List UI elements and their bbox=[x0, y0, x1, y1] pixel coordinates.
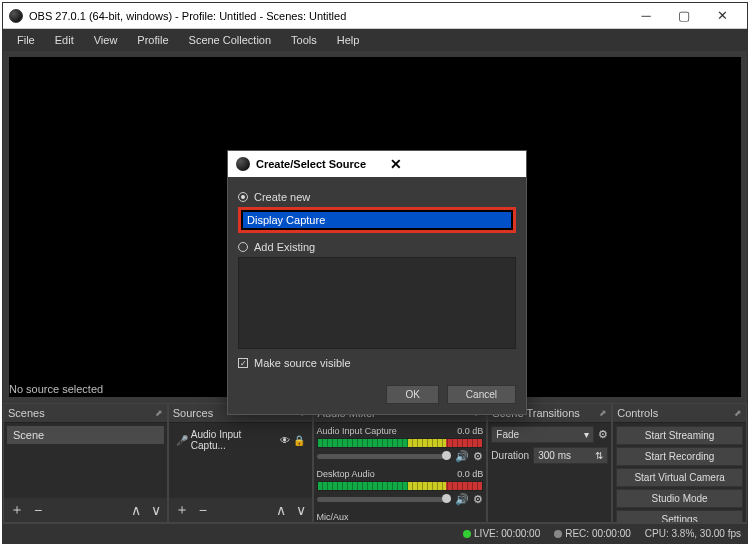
mic-icon: 🎤 bbox=[176, 435, 188, 446]
audio-meter bbox=[317, 438, 484, 448]
dialog-title: Create/Select Source bbox=[256, 158, 384, 170]
menu-profile[interactable]: Profile bbox=[127, 31, 178, 49]
gear-icon[interactable]: ⚙ bbox=[473, 493, 483, 506]
menu-edit[interactable]: Edit bbox=[45, 31, 84, 49]
source-item[interactable]: 🎤 Audio Input Captu... 👁 🔒 bbox=[172, 426, 309, 454]
menubar: File Edit View Profile Scene Collection … bbox=[3, 29, 747, 51]
volume-slider[interactable] bbox=[317, 454, 452, 459]
remove-source-button[interactable]: − bbox=[197, 502, 209, 518]
source-name-input[interactable] bbox=[243, 212, 511, 228]
source-name-highlight bbox=[238, 207, 516, 233]
maximize-button[interactable]: ▢ bbox=[665, 4, 703, 28]
scenes-dock: Scenes⬈ Scene ＋ − ∧ ∨ bbox=[3, 403, 168, 523]
make-visible-checkbox[interactable]: ✓ Make source visible bbox=[238, 357, 516, 369]
no-source-label: No source selected bbox=[9, 383, 103, 395]
checkbox-icon: ✓ bbox=[238, 358, 248, 368]
audio-meter bbox=[317, 481, 484, 491]
docks: Scenes⬈ Scene ＋ − ∧ ∨ Sources⬈ 🎤 Audio I… bbox=[3, 403, 747, 523]
scenes-title: Scenes bbox=[8, 407, 45, 419]
volume-slider[interactable] bbox=[317, 497, 452, 502]
remove-scene-button[interactable]: − bbox=[32, 502, 44, 518]
lock-icon[interactable]: 🔒 bbox=[293, 435, 305, 446]
duration-input[interactable]: 300 ms⇅ bbox=[533, 447, 608, 464]
transitions-dock: Scene Transitions⬈ Fade▾⚙ Duration300 ms… bbox=[487, 403, 612, 523]
controls-title: Controls bbox=[617, 407, 658, 419]
close-button[interactable]: ✕ bbox=[703, 4, 741, 28]
live-status: LIVE: 00:00:00 bbox=[463, 528, 540, 539]
scene-item[interactable]: Scene bbox=[7, 426, 164, 444]
create-source-dialog: Create/Select Source ✕ Create new Add Ex… bbox=[227, 150, 527, 415]
menu-view[interactable]: View bbox=[84, 31, 128, 49]
mixer-item: Mic/Aux bbox=[317, 512, 484, 522]
cancel-button[interactable]: Cancel bbox=[447, 385, 516, 404]
sources-title: Sources bbox=[173, 407, 213, 419]
menu-file[interactable]: File bbox=[7, 31, 45, 49]
menu-help[interactable]: Help bbox=[327, 31, 370, 49]
radio-icon bbox=[238, 192, 248, 202]
duration-label: Duration bbox=[491, 450, 529, 461]
mixer-dock: Audio Mixer⬈ Audio Input Capture0.0 dB 🔊… bbox=[313, 403, 488, 523]
speaker-icon[interactable]: 🔊 bbox=[455, 450, 469, 463]
chevron-down-icon: ▾ bbox=[584, 429, 589, 440]
menu-tools[interactable]: Tools bbox=[281, 31, 327, 49]
mixer-item: Desktop Audio0.0 dB 🔊⚙ bbox=[317, 469, 484, 506]
scene-down-button[interactable]: ∨ bbox=[149, 502, 163, 518]
app-icon bbox=[236, 157, 250, 171]
mixer-item: Audio Input Capture0.0 dB 🔊⚙ bbox=[317, 426, 484, 463]
studio-mode-button[interactable]: Studio Mode bbox=[616, 489, 743, 508]
titlebar: OBS 27.0.1 (64-bit, windows) - Profile: … bbox=[3, 3, 747, 29]
gear-icon[interactable]: ⚙ bbox=[598, 428, 608, 441]
popout-icon[interactable]: ⬈ bbox=[599, 408, 607, 418]
close-icon[interactable]: ✕ bbox=[390, 156, 518, 172]
add-scene-button[interactable]: ＋ bbox=[8, 501, 26, 519]
menu-scene-collection[interactable]: Scene Collection bbox=[179, 31, 282, 49]
ok-button[interactable]: OK bbox=[386, 385, 438, 404]
settings-button[interactable]: Settings bbox=[616, 510, 743, 522]
cpu-status: CPU: 3.8%, 30.00 fps bbox=[645, 528, 741, 539]
popout-icon[interactable]: ⬈ bbox=[734, 408, 742, 418]
add-source-button[interactable]: ＋ bbox=[173, 501, 191, 519]
source-up-button[interactable]: ∧ bbox=[274, 502, 288, 518]
scene-up-button[interactable]: ∧ bbox=[129, 502, 143, 518]
eye-icon[interactable]: 👁 bbox=[280, 435, 290, 446]
start-virtual-camera-button[interactable]: Start Virtual Camera bbox=[616, 468, 743, 487]
source-down-button[interactable]: ∨ bbox=[294, 502, 308, 518]
sources-dock: Sources⬈ 🎤 Audio Input Captu... 👁 🔒 ＋ − … bbox=[168, 403, 313, 523]
existing-list[interactable] bbox=[238, 257, 516, 349]
speaker-icon[interactable]: 🔊 bbox=[455, 493, 469, 506]
transition-select[interactable]: Fade▾ bbox=[491, 426, 594, 443]
start-recording-button[interactable]: Start Recording bbox=[616, 447, 743, 466]
controls-dock: Controls⬈ Start Streaming Start Recordin… bbox=[612, 403, 747, 523]
gear-icon[interactable]: ⚙ bbox=[473, 450, 483, 463]
statusbar: LIVE: 00:00:00 REC: 00:00:00 CPU: 3.8%, … bbox=[3, 523, 747, 543]
create-new-radio[interactable]: Create new bbox=[238, 191, 516, 203]
window-title: OBS 27.0.1 (64-bit, windows) - Profile: … bbox=[29, 10, 627, 22]
minimize-button[interactable]: ─ bbox=[627, 4, 665, 28]
start-streaming-button[interactable]: Start Streaming bbox=[616, 426, 743, 445]
stepper-icon: ⇅ bbox=[595, 450, 603, 461]
radio-icon bbox=[238, 242, 248, 252]
rec-status: REC: 00:00:00 bbox=[554, 528, 631, 539]
app-icon bbox=[9, 9, 23, 23]
popout-icon[interactable]: ⬈ bbox=[155, 408, 163, 418]
add-existing-radio[interactable]: Add Existing bbox=[238, 241, 516, 253]
